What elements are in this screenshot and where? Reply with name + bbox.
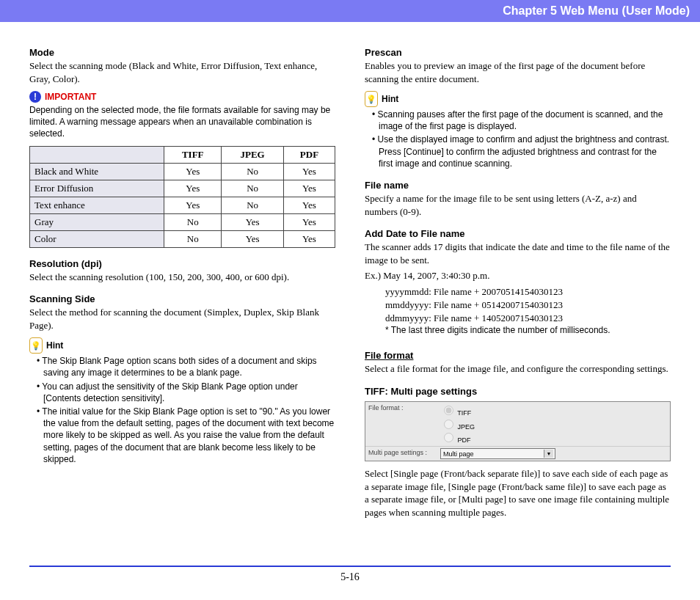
radio-input[interactable] bbox=[444, 420, 453, 429]
select-value: Multi page bbox=[443, 450, 474, 458]
table-row: Gray No Yes Yes bbox=[30, 213, 335, 230]
form-row-multipage: Multi page settings : Multi page ▼ bbox=[365, 447, 670, 461]
adddate-footnote: * The last three digits indicate the num… bbox=[385, 325, 671, 335]
cell: No bbox=[164, 230, 222, 247]
mode-title: Mode bbox=[29, 47, 335, 58]
important-text: Depending on the selected mode, the file… bbox=[29, 104, 335, 140]
hint-item: Scanning pauses after the first page of … bbox=[372, 109, 671, 132]
cell: No bbox=[222, 180, 284, 197]
fileformat-body: Select a file format for the image file,… bbox=[365, 362, 671, 376]
cell: Yes bbox=[222, 213, 284, 230]
hint-list: Scanning pauses after the first page of … bbox=[365, 109, 671, 169]
table-corner bbox=[30, 146, 164, 163]
adddate-title: Add Date to File name bbox=[365, 228, 671, 239]
cell: Yes bbox=[283, 163, 335, 180]
table-row: Text enhance Yes No Yes bbox=[30, 197, 335, 213]
file-format-radio-group: TIFF JPEG PDF bbox=[440, 403, 475, 444]
mode-body: Select the scanning mode (Black and Whit… bbox=[29, 59, 335, 85]
form-row-fileformat: File format : TIFF JPEG PDF bbox=[365, 402, 670, 447]
radio-label: TIFF bbox=[457, 409, 471, 417]
cell: No bbox=[222, 197, 284, 213]
important-icon: ! bbox=[29, 91, 41, 103]
hint-list: The Skip Blank Page option scans both si… bbox=[29, 355, 335, 465]
page-number: 5-16 bbox=[340, 571, 360, 582]
cell: Yes bbox=[283, 230, 335, 247]
radio-jpeg[interactable]: JPEG bbox=[440, 417, 475, 431]
row-label: Color bbox=[30, 230, 164, 247]
settings-screenshot: File format : TIFF JPEG PDF Multi page s… bbox=[365, 401, 671, 461]
radio-label: JPEG bbox=[458, 423, 475, 431]
hint-heading: 💡 Hint bbox=[29, 337, 335, 354]
hint-item: The initial value for the Skip Blank Pag… bbox=[37, 406, 335, 465]
row-label: Error Diffusion bbox=[30, 180, 164, 197]
col-header: PDF bbox=[283, 146, 335, 163]
page-footer: 5-16 bbox=[29, 566, 671, 598]
cell: No bbox=[222, 163, 284, 180]
cell: Yes bbox=[164, 180, 222, 197]
prescan-body: Enables you to preview an image of the f… bbox=[365, 59, 671, 85]
col-header: TIFF bbox=[164, 146, 222, 163]
form-label: Multi page settings : bbox=[368, 448, 434, 456]
scanning-side-title: Scanning Side bbox=[29, 293, 335, 304]
right-column: Prescan Enables you to preview an image … bbox=[365, 37, 671, 522]
hint-icon: 💡 bbox=[365, 91, 378, 107]
scanning-side-body: Select the method for scanning the docum… bbox=[29, 306, 335, 332]
cell: Yes bbox=[283, 213, 335, 230]
chevron-down-icon: ▼ bbox=[544, 450, 553, 458]
resolution-body: Select the scanning resolution (100, 150… bbox=[29, 271, 335, 284]
cell: Yes bbox=[164, 197, 222, 213]
radio-input[interactable] bbox=[444, 433, 453, 442]
row-label: Gray bbox=[30, 213, 164, 230]
cell: Yes bbox=[283, 180, 335, 197]
cell: Yes bbox=[164, 163, 222, 180]
resolution-title: Resolution (dpi) bbox=[29, 258, 335, 269]
tiff-body: Select [Single page (Front/back separate… bbox=[365, 467, 671, 519]
hint-item: Use the displayed image to confirm and a… bbox=[372, 133, 671, 169]
radio-pdf[interactable]: PDF bbox=[440, 431, 475, 444]
hint-item: The Skip Blank Page option scans both si… bbox=[37, 355, 335, 378]
radio-input[interactable] bbox=[444, 406, 453, 415]
page-content: Mode Select the scanning mode (Black and… bbox=[0, 22, 700, 522]
important-label: IMPORTANT bbox=[45, 92, 96, 102]
important-heading: ! IMPORTANT bbox=[29, 91, 335, 103]
chapter-header: Chapter 5 Web Menu (User Mode) bbox=[0, 0, 700, 22]
mode-format-table: TIFF JPEG PDF Black and White Yes No Yes… bbox=[29, 146, 335, 248]
filename-body: Specify a name for the image file to be … bbox=[365, 192, 671, 218]
adddate-line: mmddyyyy: File name + 05142007154030123 bbox=[385, 299, 671, 312]
table-header-row: TIFF JPEG PDF bbox=[30, 146, 335, 163]
prescan-title: Prescan bbox=[365, 47, 671, 58]
tiff-settings-title: TIFF: Multi page settings bbox=[365, 386, 671, 397]
hint-label: Hint bbox=[382, 94, 398, 104]
row-label: Black and White bbox=[30, 163, 164, 180]
table-row: Error Diffusion Yes No Yes bbox=[30, 180, 335, 197]
table-row: Black and White Yes No Yes bbox=[30, 163, 335, 180]
radio-label: PDF bbox=[458, 436, 471, 444]
col-header: JPEG bbox=[222, 146, 284, 163]
adddate-body: The scanner adds 17 digits that indicate… bbox=[365, 241, 671, 266]
cell: Yes bbox=[222, 230, 284, 247]
adddate-line: ddmmyyyy: File name + 14052007154030123 bbox=[385, 312, 671, 325]
cell: Yes bbox=[283, 197, 335, 213]
radio-tiff[interactable]: TIFF bbox=[440, 403, 475, 417]
cell: No bbox=[164, 213, 222, 230]
hint-label: Hint bbox=[46, 340, 63, 351]
multipage-select[interactable]: Multi page ▼ bbox=[440, 448, 555, 459]
adddate-example-intro: Ex.) May 14, 2007, 3:40:30 p.m. bbox=[365, 269, 671, 282]
hint-heading: 💡 Hint bbox=[365, 91, 671, 107]
adddate-line: yyyymmdd: File name + 20070514154030123 bbox=[385, 285, 671, 299]
hint-item: You can adjust the sensitivity of the Sk… bbox=[37, 381, 335, 404]
row-label: Text enhance bbox=[30, 197, 164, 213]
fileformat-title: File format bbox=[365, 350, 671, 361]
hint-icon: 💡 bbox=[29, 337, 43, 354]
table-row: Color No Yes Yes bbox=[30, 230, 335, 247]
filename-title: File name bbox=[365, 180, 671, 191]
form-label: File format : bbox=[368, 403, 434, 411]
left-column: Mode Select the scanning mode (Black and… bbox=[29, 37, 335, 522]
